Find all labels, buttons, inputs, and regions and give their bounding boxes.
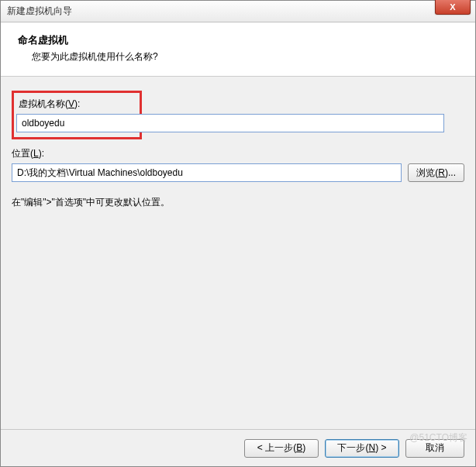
cancel-button[interactable]: 取消 — [405, 439, 464, 458]
close-icon: X — [450, 2, 455, 12]
vm-name-label: 虚拟机名称(V): — [19, 98, 135, 111]
location-input[interactable] — [12, 163, 402, 182]
location-row: 浏览(R)... — [12, 163, 464, 182]
window-title: 新建虚拟机向导 — [7, 5, 72, 18]
footer: < 上一步(B) 下一步(N) > 取消 — [1, 429, 475, 466]
titlebar: 新建虚拟机向导 X — [1, 1, 475, 22]
location-block: 位置(L): 浏览(R)... — [12, 147, 464, 182]
close-button[interactable]: X — [435, 0, 471, 15]
hint-text: 在"编辑">"首选项"中可更改默认位置。 — [12, 196, 464, 209]
location-label: 位置(L): — [12, 147, 464, 160]
back-button[interactable]: < 上一步(B) — [244, 439, 319, 458]
content-area: 虚拟机名称(V): 位置(L): 浏览(R)... 在"编辑">"首选项"中可更… — [1, 77, 475, 209]
header-title: 命名虚拟机 — [18, 33, 460, 47]
wizard-window: 新建虚拟机向导 X 命名虚拟机 您要为此虚拟机使用什么名称? 虚拟机名称(V):… — [0, 0, 476, 467]
vm-name-input[interactable] — [16, 114, 444, 132]
next-button[interactable]: 下一步(N) > — [325, 439, 399, 458]
header-subtitle: 您要为此虚拟机使用什么名称? — [32, 50, 460, 64]
browse-button[interactable]: 浏览(R)... — [408, 163, 464, 182]
name-highlight-box: 虚拟机名称(V): — [12, 91, 142, 139]
header-section: 命名虚拟机 您要为此虚拟机使用什么名称? — [1, 22, 475, 77]
